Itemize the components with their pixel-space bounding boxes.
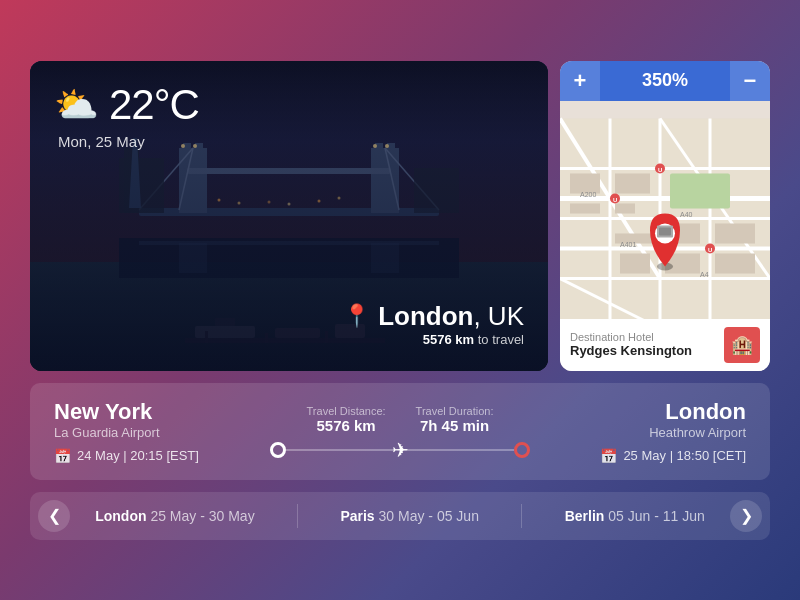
itin-prev-button[interactable]: ❮ — [38, 500, 70, 532]
distance-stat-value: 5576 km — [307, 417, 386, 434]
plane-icon: ✈ — [392, 438, 409, 462]
location-text: London, UK 5576 km to travel — [378, 301, 524, 347]
svg-text:A401: A401 — [620, 240, 636, 247]
itin-city-london: London — [95, 508, 146, 524]
zoom-in-button[interactable]: + — [560, 61, 600, 101]
itin-items: London 25 May - 30 May Paris 30 May - 05… — [70, 504, 730, 528]
dest-calendar-icon: 📅 — [600, 448, 617, 464]
map-area[interactable]: A200 A40 A401 A4 U U U — [560, 101, 770, 371]
zoom-out-button[interactable]: − — [730, 61, 770, 101]
flight-stats: Travel Distance: 5576 km Travel Duration… — [307, 405, 494, 434]
origin-datetime-text: 24 May | 20:15 [EST] — [77, 448, 199, 463]
itin-dates-berlin: 05 Jun - 11 Jun — [608, 508, 705, 524]
svg-text:U: U — [658, 166, 662, 172]
itin-item-berlin[interactable]: Berlin 05 Jun - 11 Jun — [557, 504, 713, 528]
dest-city: London — [530, 399, 746, 425]
main-container: ⛅ 22°C Mon, 25 May 📍 London, UK 5576 km … — [30, 61, 770, 540]
location-badge: 📍 London, UK 5576 km to travel — [343, 301, 524, 347]
weather-date: Mon, 25 May — [54, 133, 199, 150]
duration-stat: Travel Duration: 7h 45 min — [416, 405, 494, 434]
svg-text:A4: A4 — [700, 270, 709, 277]
hotel-icon: 🏨 — [724, 327, 760, 363]
hotel-popup[interactable]: Destination Hotel Rydges Kensington 🏨 — [560, 319, 770, 371]
svg-rect-50 — [670, 173, 730, 208]
dest-datetime-text: 25 May | 18:50 [CET] — [623, 448, 746, 463]
track-dot-dest — [514, 442, 530, 458]
flight-middle: Travel Distance: 5576 km Travel Duration… — [270, 405, 530, 458]
itinerary-bar: ❮ London 25 May - 30 May Paris 30 May - … — [30, 492, 770, 540]
top-row: ⛅ 22°C Mon, 25 May 📍 London, UK 5576 km … — [30, 61, 770, 371]
hotel-icon-symbol: 🏨 — [731, 334, 753, 356]
dest-airport: Heathrow Airport — [530, 425, 746, 440]
origin-airport: La Guardia Airport — [54, 425, 270, 440]
track-dot-origin — [270, 442, 286, 458]
origin-datetime: 📅 24 May | 20:15 [EST] — [54, 448, 270, 464]
origin-calendar-icon: 📅 — [54, 448, 71, 464]
svg-text:U: U — [613, 196, 617, 202]
zoom-level-display: 350% — [600, 70, 730, 91]
distance-stat: Travel Distance: 5576 km — [307, 405, 386, 434]
distance-stat-label: Travel Distance: — [307, 405, 386, 417]
svg-rect-56 — [620, 253, 650, 273]
svg-rect-52 — [615, 203, 635, 213]
weather-temp: 22°C — [109, 81, 199, 129]
dest-datetime: 📅 25 May | 18:50 [CET] — [530, 448, 746, 464]
itin-city-paris: Paris — [340, 508, 374, 524]
weather-icon: ⛅ — [54, 84, 99, 126]
svg-text:U: U — [708, 246, 712, 252]
svg-rect-53 — [715, 223, 755, 243]
flight-bar: New York La Guardia Airport 📅 24 May | 2… — [30, 383, 770, 480]
map-zoom-bar: + 350% − — [560, 61, 770, 101]
svg-rect-58 — [715, 253, 755, 273]
distance-text: 5576 km to travel — [378, 332, 524, 347]
itin-divider-2 — [521, 504, 522, 528]
itin-item-paris[interactable]: Paris 30 May - 05 Jun — [332, 504, 487, 528]
svg-text:A40: A40 — [680, 210, 693, 217]
itin-dates-london: 25 May - 30 May — [150, 508, 254, 524]
distance-value: 5576 km — [423, 332, 474, 347]
hotel-label: Destination Hotel — [570, 331, 692, 343]
track-line: ✈ — [286, 449, 514, 451]
svg-rect-60 — [570, 203, 600, 213]
flight-track: ✈ — [270, 442, 530, 458]
itin-divider-1 — [297, 504, 298, 528]
origin-city: New York — [54, 399, 270, 425]
itin-dates-paris: 30 May - 05 Jun — [379, 508, 479, 524]
hotel-info: Destination Hotel Rydges Kensington — [570, 331, 692, 358]
flight-dest: London Heathrow Airport 📅 25 May | 18:50… — [530, 399, 746, 464]
svg-rect-74 — [659, 227, 671, 235]
duration-stat-value: 7h 45 min — [416, 417, 494, 434]
itin-item-london[interactable]: London 25 May - 30 May — [87, 504, 262, 528]
city-name: London — [378, 301, 473, 331]
weather-info: ⛅ 22°C Mon, 25 May — [54, 81, 199, 150]
svg-text:A200: A200 — [580, 190, 596, 197]
map-card: + 350% − — [560, 61, 770, 371]
distance-label: to travel — [474, 332, 524, 347]
city-country: , UK — [473, 301, 524, 331]
hotel-name: Rydges Kensington — [570, 343, 692, 358]
location-pin-icon: 📍 — [343, 303, 370, 329]
itin-next-button[interactable]: ❯ — [730, 500, 762, 532]
svg-rect-51 — [615, 173, 650, 193]
flight-origin: New York La Guardia Airport 📅 24 May | 2… — [54, 399, 270, 464]
city-card: ⛅ 22°C Mon, 25 May 📍 London, UK 5576 km … — [30, 61, 548, 371]
duration-stat-label: Travel Duration: — [416, 405, 494, 417]
itin-city-berlin: Berlin — [565, 508, 605, 524]
